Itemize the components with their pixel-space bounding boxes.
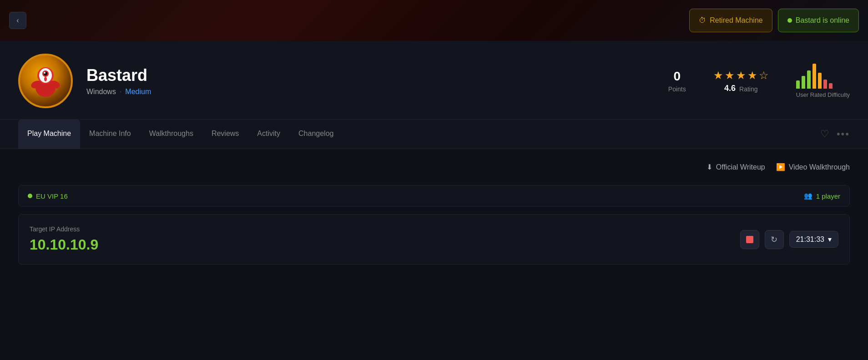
points-stat: 0 Points	[668, 69, 686, 93]
diff-bar-1	[802, 76, 805, 89]
retired-label: Retired Machine	[710, 16, 763, 25]
difficulty-bars	[796, 64, 850, 89]
players-icon: 👥	[804, 192, 812, 200]
vip-dot-icon	[28, 194, 32, 198]
machine-meta: Windows · Medium	[86, 88, 655, 96]
tab-reviews-label: Reviews	[212, 130, 239, 137]
nav-tabs-actions: ♡ •••	[820, 128, 850, 140]
content-area: ⬇ Official Writeup ▶️ Video Walkthrough …	[0, 149, 868, 331]
video-icon: ▶️	[776, 163, 785, 171]
tab-reviews[interactable]: Reviews	[202, 120, 248, 149]
machine-name: Bastard	[86, 66, 655, 85]
timer-button[interactable]: 21:31:33 ▾	[789, 231, 838, 248]
more-options-button[interactable]: •••	[837, 128, 850, 140]
star-3: ★	[736, 69, 746, 82]
diff-bar-2	[807, 70, 811, 89]
star-4: ★	[747, 69, 757, 82]
diff-bar-6	[829, 83, 833, 89]
favorite-button[interactable]: ♡	[820, 128, 829, 140]
tab-activity[interactable]: Activity	[248, 120, 289, 149]
top-bar: ‹ ⏱ Retired Machine Bastard is online	[0, 0, 868, 41]
nav-tabs: Play Machine Machine Info Walkthroughs R…	[0, 120, 868, 149]
meta-separator: ·	[120, 88, 121, 96]
refresh-button[interactable]: ↻	[765, 230, 784, 249]
svg-point-6	[44, 77, 47, 81]
tab-play-machine-label: Play Machine	[27, 130, 71, 137]
download-icon: ⬇	[707, 163, 712, 171]
star-5: ☆	[759, 69, 769, 82]
tab-machine-info-label: Machine Info	[89, 130, 131, 137]
tab-changelog[interactable]: Changelog	[289, 120, 343, 149]
timer-value: 21:31:33	[796, 235, 824, 244]
star-2: ★	[725, 69, 735, 82]
top-bar-left: ‹	[9, 12, 26, 29]
vip-badge: EU VIP 16	[28, 192, 68, 200]
star-1: ★	[713, 69, 723, 82]
avatar	[18, 54, 73, 108]
tab-changelog-label: Changelog	[298, 130, 333, 137]
video-label: Video Walkthrough	[789, 163, 850, 171]
diff-bar-4	[818, 73, 822, 89]
vip-label: EU VIP 16	[36, 192, 68, 200]
tab-walkthroughs[interactable]: Walkthroughs	[140, 120, 202, 149]
rating-label: Rating	[739, 85, 757, 93]
back-icon: ‹	[16, 16, 19, 25]
online-status-button[interactable]: Bastard is online	[778, 9, 859, 32]
points-label: Points	[668, 85, 686, 93]
players-count: 1 player	[816, 192, 840, 200]
target-ip-area: Target IP Address 10.10.10.9	[30, 225, 98, 253]
stars-row: ★ ★ ★ ★ ☆	[713, 69, 769, 82]
target-ip-value: 10.10.10.9	[30, 236, 98, 253]
diff-bar-5	[823, 80, 827, 89]
clock-icon: ⏱	[699, 16, 706, 25]
machine-difficulty[interactable]: Medium	[125, 88, 151, 96]
tab-play-machine[interactable]: Play Machine	[18, 120, 80, 149]
machine-os: Windows	[86, 88, 116, 96]
difficulty-stat: User Rated Difficulty	[796, 64, 850, 98]
svg-point-5	[44, 72, 45, 74]
top-bar-right: ⏱ Retired Machine Bastard is online	[689, 9, 859, 32]
content-top-row: ⬇ Official Writeup ▶️ Video Walkthrough	[18, 163, 850, 171]
machine-title-area: Bastard Windows · Medium	[86, 66, 655, 96]
diff-bar-0	[796, 80, 800, 89]
rating-stat: ★ ★ ★ ★ ☆ 4.6 Rating	[713, 69, 769, 93]
timer-chevron-icon: ▾	[828, 235, 832, 244]
online-dot-icon	[787, 18, 792, 23]
points-value: 0	[668, 69, 686, 84]
writeup-label: Official Writeup	[716, 163, 765, 171]
machine-stats: 0 Points ★ ★ ★ ★ ☆ 4.6 Rating User Rated…	[668, 64, 850, 98]
tab-walkthroughs-label: Walkthroughs	[149, 130, 193, 137]
difficulty-label: User Rated Difficulty	[796, 91, 850, 98]
machine-avatar-image	[27, 63, 64, 99]
video-walkthrough-button[interactable]: ▶️ Video Walkthrough	[776, 163, 850, 171]
diff-bar-3	[812, 64, 816, 89]
stop-icon	[746, 236, 753, 243]
refresh-icon: ↻	[771, 235, 777, 245]
tab-machine-info[interactable]: Machine Info	[80, 120, 140, 149]
online-label: Bastard is online	[796, 16, 849, 25]
players-info: 👥 1 player	[804, 192, 840, 200]
target-ip-label: Target IP Address	[30, 225, 98, 233]
stop-machine-button[interactable]	[740, 230, 759, 249]
retired-machine-button[interactable]: ⏱ Retired Machine	[689, 9, 772, 32]
machine-header: Bastard Windows · Medium 0 Points ★ ★ ★ …	[0, 41, 868, 120]
target-section: Target IP Address 10.10.10.9 ↻ 21:31:33 …	[18, 214, 850, 265]
back-button[interactable]: ‹	[9, 12, 26, 29]
vip-row: EU VIP 16 👥 1 player	[18, 185, 850, 207]
target-controls: ↻ 21:31:33 ▾	[740, 230, 838, 249]
tab-activity-label: Activity	[257, 130, 280, 137]
official-writeup-button[interactable]: ⬇ Official Writeup	[707, 163, 765, 171]
rating-value: 4.6	[724, 84, 736, 93]
